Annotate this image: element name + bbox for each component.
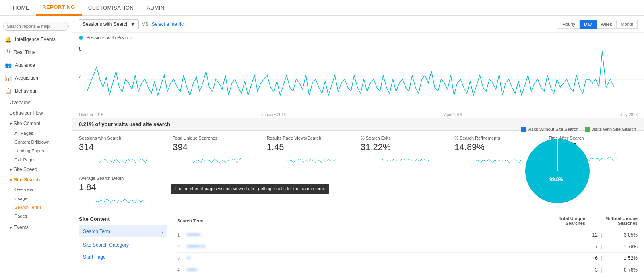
- metric-avg-depth: Average Search Depth 1.84: [79, 176, 159, 206]
- search-terms-rows: 1. •••••••• 12 | 3.05% 2. •••••••• •• 7 …: [177, 229, 638, 278]
- site-content-link-label-0: Search Term: [83, 229, 110, 234]
- sidebar-item-intelligence-label: Intelligence Events: [15, 37, 56, 42]
- search-input[interactable]: [3, 22, 69, 31]
- time-btn-hourly[interactable]: Hourly: [558, 20, 580, 29]
- metric-search-exits: % Search Exits 31.22%: [361, 136, 450, 166]
- sidebar-item-intelligence[interactable]: 🔔 Intelligence Events: [0, 33, 72, 46]
- intelligence-icon: 🔔: [5, 36, 12, 43]
- site-content-link-search-term[interactable]: Search Term ›: [79, 225, 167, 237]
- site-content-link-label-1: Site Search Category: [83, 242, 129, 248]
- sidebar-sub-site-search[interactable]: ▾Site Search: [0, 175, 72, 185]
- pie-label: 99.8%: [549, 177, 563, 182]
- table-row: 1. •••••••• 12 | 3.05%: [177, 229, 638, 241]
- row-term[interactable]: •••••••• ••: [187, 244, 566, 249]
- row-sep: |: [601, 267, 602, 273]
- sidebar-sub-landing-pages[interactable]: Landing Pages: [0, 146, 72, 155]
- sidebar-sub-site-speed[interactable]: ▸Site Speed: [0, 164, 72, 175]
- metric-sessions-title: Sessions with Search: [79, 136, 168, 140]
- row-pct: 0.76%: [605, 267, 638, 273]
- col-pct-header: % Total UniqueSearches: [585, 216, 638, 226]
- bottom-section: Site Content Search Term › Site Search C…: [72, 211, 644, 278]
- col-total-unique-header: Total UniqueSearches: [537, 216, 585, 226]
- sidebar-sub-search-pages[interactable]: Pages: [0, 212, 72, 220]
- sidebar-sub-exit-pages[interactable]: Exit Pages: [0, 155, 72, 164]
- sidebar-sub-search-usage[interactable]: Usage: [0, 194, 72, 203]
- nav-home[interactable]: HOME: [6, 0, 36, 16]
- site-content-link-start[interactable]: Start Page: [79, 251, 167, 263]
- pie-legend-without: Visits Without Site Search: [521, 127, 578, 132]
- chart-y-labels: 8 4: [79, 46, 82, 103]
- line-chart-container: 8 4: [72, 43, 644, 113]
- sidebar-item-acquisition[interactable]: 📊 Acquisition: [0, 72, 72, 84]
- row-pct: 1.52%: [605, 255, 638, 261]
- pie-legend-label-without: Visits Without Site Search: [528, 127, 578, 132]
- row-term[interactable]: ••••••••: [187, 232, 566, 238]
- sidebar: 🔔 Intelligence Events ⏱ Real Time 👥 Audi…: [0, 16, 72, 278]
- chart-legend: Sessions with Search: [72, 33, 644, 43]
- row-sep: |: [601, 255, 602, 261]
- sidebar-item-audience[interactable]: 👥 Audience: [0, 59, 72, 72]
- metric-depth-value: 1.84: [79, 182, 159, 193]
- y-label-mid: 4: [79, 74, 82, 80]
- nav-reporting[interactable]: REPORTING: [36, 0, 82, 16]
- sidebar-sub-overview[interactable]: Overview: [0, 97, 72, 108]
- arrow-icon-speed: ▸: [10, 167, 12, 172]
- sidebar-item-realtime[interactable]: ⏱ Real Time: [0, 46, 72, 59]
- row-sep: |: [601, 244, 602, 249]
- sidebar-sub-content-drilldown[interactable]: Content Drilldown: [0, 138, 72, 146]
- sidebar-search-container: [0, 19, 72, 33]
- row-term[interactable]: ••: [187, 255, 566, 261]
- legend-label: Sessions with Search: [86, 35, 132, 41]
- nav-customisation[interactable]: CUSTOMISATION: [82, 0, 140, 16]
- row-num: 1.: [177, 233, 187, 237]
- sidebar-item-behaviour-label: Behaviour: [15, 88, 37, 94]
- metrics-section: Sessions with Search 314 Total Unique Se…: [72, 131, 644, 171]
- pie-legend: Visits Without Site Search Visits With S…: [521, 127, 636, 132]
- arrow-icon: ▾: [10, 121, 12, 126]
- row-term[interactable]: ••••••: [187, 267, 566, 273]
- metric-exits-title: % Search Exits: [361, 136, 450, 140]
- site-content-title: Site Content: [79, 211, 167, 225]
- sidebar-sub-search-overview[interactable]: Overview: [0, 185, 72, 194]
- sparkline-depth: [79, 193, 159, 205]
- nav-admin[interactable]: ADMIN: [140, 0, 171, 16]
- metric-exits-value: 31.22%: [361, 142, 450, 152]
- pie-section: Visits Without Site Search Visits With S…: [521, 127, 636, 208]
- site-content-panel: Site Content Search Term › Site Search C…: [79, 211, 167, 278]
- select-metric-link[interactable]: Select a metric: [152, 21, 184, 27]
- pie-legend-with: Visits With Site Search: [585, 127, 636, 132]
- search-terms-panel: Search Term Total UniqueSearches % Total…: [177, 211, 638, 278]
- time-controls: Hourly Day Week Month: [558, 20, 638, 29]
- pie-chart-svg: 99.8%: [521, 135, 594, 207]
- sidebar-sub-behaviour-flow[interactable]: Behaviour Flow: [0, 108, 72, 118]
- summary-text: 0.21% of your visits used site search: [79, 121, 170, 127]
- row-value: 7: [566, 244, 598, 249]
- sidebar-sub-all-pages[interactable]: All Pages: [0, 129, 72, 138]
- legend-dot: [79, 36, 83, 40]
- col-search-term-header: Search Term: [177, 218, 537, 223]
- sidebar-sub-search-terms[interactable]: Search Terms: [0, 203, 72, 212]
- time-btn-day[interactable]: Day: [580, 20, 597, 29]
- behaviour-icon: 📋: [5, 88, 12, 94]
- site-content-link-category[interactable]: Site Search Category: [79, 239, 167, 251]
- metric-select-label: Sessions with Search: [83, 21, 129, 27]
- time-btn-week[interactable]: Week: [597, 20, 617, 29]
- acquisition-icon: 📊: [5, 75, 12, 81]
- metric-select[interactable]: Sessions with Search ▼: [79, 19, 139, 29]
- sidebar-sub-events[interactable]: ▸Events: [0, 222, 72, 233]
- row-pct: 1.78%: [605, 244, 638, 249]
- sidebar-item-behaviour[interactable]: 📋 Behaviour: [0, 84, 72, 97]
- sidebar-item-realtime-label: Real Time: [14, 49, 35, 55]
- row-value: 3: [566, 267, 598, 273]
- main-content: Sessions with Search ▼ VS Select a metri…: [72, 16, 644, 278]
- pie-legend-label-with: Visits With Site Search: [591, 127, 636, 132]
- dropdown-icon: ▼: [130, 21, 135, 27]
- metric-results-value: 1.45: [267, 142, 356, 152]
- time-btn-month[interactable]: Month: [616, 20, 638, 29]
- row-num: 3.: [177, 256, 187, 261]
- row-value: 12: [566, 232, 598, 238]
- sparkline-sessions: [79, 152, 168, 165]
- summary-pct: 0.21%: [79, 121, 94, 127]
- audience-icon: 👥: [5, 62, 12, 68]
- sidebar-sub-site-content[interactable]: ▾Site Content: [0, 118, 72, 129]
